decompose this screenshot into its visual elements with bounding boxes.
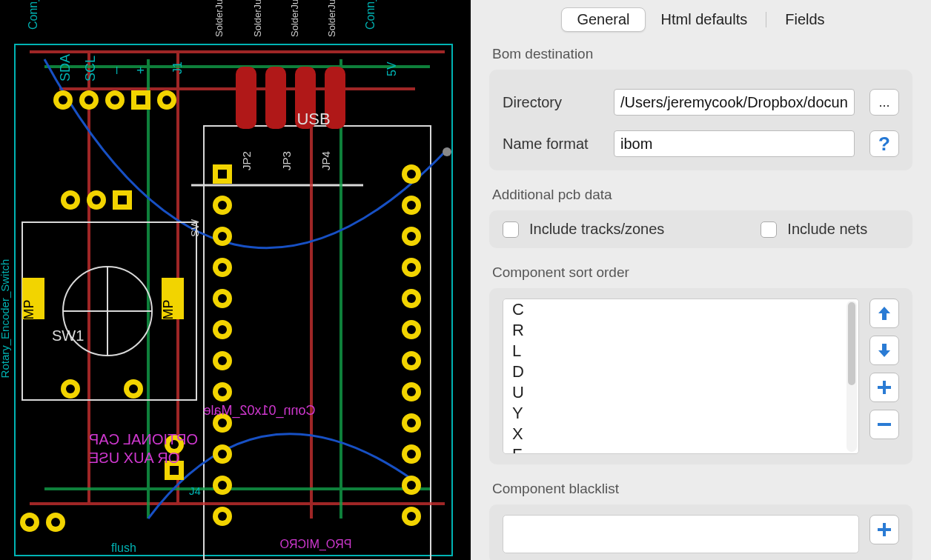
svg-text:PRO_MICRO: PRO_MICRO (280, 538, 352, 551)
sort-item[interactable]: U (503, 382, 858, 403)
include-nets-checkbox[interactable]: Include nets (761, 221, 867, 238)
svg-rect-0 (15, 44, 452, 556)
svg-text:J4: J4 (189, 484, 201, 497)
svg-text:MP: MP (21, 300, 36, 320)
svg-text:SW1: SW1 (52, 327, 84, 344)
svg-point-19 (443, 147, 451, 156)
directory-label: Directory (503, 94, 599, 111)
svg-text:SolderJumper_3_Bridged1: SolderJumper_3_Bridged1 (252, 0, 263, 37)
tab-bar: General Html defaults Fields (488, 7, 913, 32)
pcb-canvas[interactable]: MP MP USB SW1 SDA SCL – + J1 Conn_01x04_… (0, 0, 471, 560)
svg-text:JP2: JP2 (240, 151, 253, 170)
group-title: Bom destination (492, 46, 912, 62)
include-nets-label: Include nets (787, 221, 867, 238)
settings-panel: General Html defaults Fields Bom destina… (471, 0, 931, 560)
group-title: Component blacklist (492, 481, 912, 497)
include-tracks-input[interactable] (503, 221, 519, 238)
svg-text:OR AUX USE: OR AUX USE (89, 450, 179, 466)
group-title: Additional pcb data (492, 187, 912, 203)
sort-item[interactable]: R (503, 320, 858, 341)
remove-button[interactable] (869, 410, 899, 439)
include-tracks-label: Include tracks/zones (529, 221, 664, 238)
blacklist-add-button[interactable] (869, 515, 899, 544)
svg-rect-4 (265, 67, 286, 129)
svg-rect-45 (878, 423, 891, 426)
svg-text:SolderJumper_3_Bridged1: SolderJumper_3_Bridged1 (326, 0, 337, 37)
svg-text:OPTIONAL CAP: OPTIONAL CAP (89, 431, 198, 447)
svg-text:SolderJumper_3_Bridged1: SolderJumper_3_Bridged1 (213, 0, 225, 37)
group-sort-order: Component sort order CRLDUYXF (488, 264, 913, 465)
browse-button[interactable]: ... (869, 89, 899, 116)
svg-text:–: – (108, 67, 123, 74)
sort-order-list[interactable]: CRLDUYXF (503, 299, 859, 454)
svg-text:Conn_01x04_Male: Conn_01x04_Male (27, 0, 40, 30)
group-blacklist: Component blacklist (488, 480, 913, 560)
move-down-button[interactable] (869, 336, 899, 365)
sort-item[interactable]: X (503, 424, 858, 444)
pcb-svg: MP MP USB SW1 SDA SCL – + J1 Conn_01x04_… (0, 0, 471, 560)
help-button[interactable]: ? (869, 130, 899, 157)
sort-item[interactable]: Y (503, 403, 858, 424)
move-up-button[interactable] (869, 299, 899, 328)
sort-item[interactable]: L (503, 341, 858, 361)
svg-text:JP3: JP3 (280, 151, 293, 170)
svg-rect-1 (204, 126, 431, 560)
svg-text:SolderJumper_3_Bridged1: SolderJumper_3_Bridged1 (289, 0, 300, 37)
directory-input[interactable] (614, 89, 855, 116)
svg-text:5V: 5V (385, 61, 398, 76)
svg-rect-3 (236, 67, 256, 129)
svg-text:SDA: SDA (58, 54, 73, 81)
svg-text:SCL: SCL (83, 56, 98, 81)
blacklist-list[interactable] (503, 515, 859, 553)
svg-text:flush: flush (111, 541, 136, 554)
svg-text:USB: USB (296, 110, 330, 128)
name-format-label: Name format (503, 136, 599, 153)
svg-text:J1: J1 (171, 61, 184, 74)
include-tracks-checkbox[interactable]: Include tracks/zones (503, 221, 664, 238)
group-title: Component sort order (492, 264, 912, 281)
svg-text:Conn_01x06_Male: Conn_01x06_Male (364, 0, 377, 30)
tab-fields[interactable]: Fields (769, 7, 840, 32)
sort-item[interactable]: D (503, 361, 858, 382)
add-button[interactable] (869, 373, 899, 402)
svg-text:+: + (133, 66, 148, 74)
svg-text:JP4: JP4 (319, 151, 332, 170)
tab-html-defaults[interactable]: Html defaults (646, 7, 763, 32)
svg-text:MP: MP (161, 300, 176, 320)
group-additional-pcb-data: Additional pcb data Include tracks/zones… (488, 186, 913, 249)
name-format-input[interactable] (614, 130, 855, 157)
group-bom-destination: Bom destination Directory ... Name forma… (488, 45, 913, 171)
include-nets-input[interactable] (761, 221, 777, 238)
svg-text:SW: SW (188, 219, 201, 237)
svg-text:Conn_01x02_Male: Conn_01x02_Male (203, 403, 315, 419)
sort-item[interactable]: C (503, 299, 858, 320)
sort-item[interactable]: F (503, 444, 858, 454)
svg-text:Rotary_Encoder_Switch: Rotary_Encoder_Switch (0, 259, 11, 379)
tab-general[interactable]: General (561, 7, 645, 32)
